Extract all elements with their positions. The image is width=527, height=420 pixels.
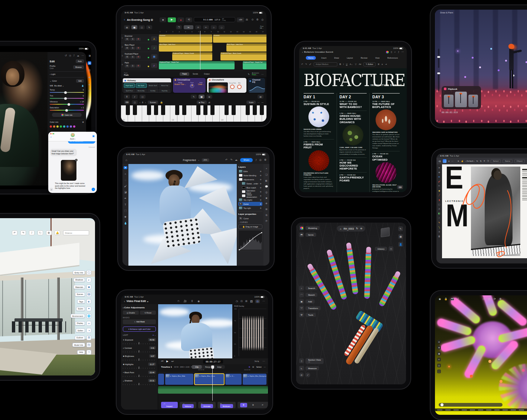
measure-icon[interactable]: ⊾ bbox=[299, 366, 304, 371]
metronome-icon[interactable]: ⚖ bbox=[246, 18, 248, 21]
export-icon[interactable]: ⤴ bbox=[255, 159, 257, 161]
outliner-button[interactable]: Outliner☰ bbox=[75, 335, 91, 340]
color-panel-icon[interactable]: ◎ bbox=[255, 299, 260, 303]
add-icon[interactable]: ▣ bbox=[299, 299, 304, 304]
viewer-zoom[interactable]: 74 % bbox=[254, 360, 259, 362]
masking-icon[interactable]: ● bbox=[89, 83, 90, 86]
poster-photo[interactable] bbox=[471, 167, 520, 256]
text-tool-icon[interactable]: A bbox=[438, 208, 440, 210]
loop-tool-icon[interactable]: ⟳ bbox=[195, 25, 201, 29]
magenta-dot[interactable] bbox=[73, 125, 75, 128]
split-keyboard-icon[interactable]: ◫ bbox=[132, 100, 138, 104]
settings-icon[interactable]: ⚙ bbox=[499, 298, 501, 301]
slider-value[interactable]: 15.44 bbox=[148, 371, 156, 374]
type-tool-icon[interactable]: T bbox=[125, 203, 126, 206]
environment-button[interactable]: Environment🌐 bbox=[71, 314, 91, 318]
snap-icon[interactable]: ⊡ bbox=[240, 300, 243, 303]
pads-view-icon[interactable]: ⊞ bbox=[206, 95, 212, 99]
document-name[interactable]: Fragmented bbox=[183, 159, 196, 161]
amp-icon[interactable]: 🎚 bbox=[124, 95, 130, 99]
light-icon[interactable]: ☀ bbox=[437, 358, 441, 361]
pencil-tool-icon[interactable]: ✏ bbox=[438, 184, 440, 187]
disable-button[interactable]: ◎ Disable bbox=[123, 311, 139, 315]
refresh-icon[interactable]: ⟳ bbox=[494, 298, 496, 301]
more-icon[interactable]: ⋯ bbox=[82, 54, 84, 57]
inspector-tab[interactable]: Track bbox=[180, 72, 189, 76]
black-point-slider[interactable] bbox=[123, 375, 156, 377]
font-color-icon[interactable]: A▾ bbox=[359, 63, 361, 65]
trash-icon[interactable]: 🗑 bbox=[240, 403, 247, 407]
fx-icon[interactable]: ƒ bbox=[132, 95, 138, 99]
attached-photo[interactable]: ✕ bbox=[61, 160, 76, 181]
region[interactable]: Keyboard Player - Simple Pad bbox=[243, 61, 266, 69]
msr-button[interactable]: M bbox=[125, 56, 130, 59]
model-info-button[interactable]: Model Infoⓜ bbox=[72, 342, 91, 347]
more-icon[interactable]: ⋯ bbox=[261, 73, 264, 75]
avatar[interactable] bbox=[71, 133, 75, 137]
visibility-icon[interactable]: 👁 bbox=[260, 191, 262, 193]
account-icon[interactable]: 👤 bbox=[398, 242, 403, 247]
flipbook-frame[interactable] bbox=[444, 95, 454, 107]
layer-row[interactable]: Top right👁 bbox=[238, 206, 262, 210]
visibility-icon[interactable]: 👁 bbox=[260, 207, 262, 209]
camera-lock-icon[interactable]: ▲ bbox=[437, 340, 441, 344]
export-icon[interactable]: ⤴ bbox=[458, 298, 459, 301]
flipbook-frame-current[interactable] bbox=[455, 92, 467, 107]
timeline-mode-tab[interactable]: Clip bbox=[192, 365, 202, 369]
brush-tool-icon[interactable]: 🖌 bbox=[124, 185, 127, 187]
fill-tool-icon[interactable]: ◆ bbox=[438, 189, 440, 192]
visibility-icon[interactable]: 👁 bbox=[260, 195, 262, 197]
align-icon[interactable]: ≞ bbox=[484, 160, 485, 162]
region[interactable]: Drummer bbox=[213, 35, 266, 43]
confirm-icon[interactable]: ✓ bbox=[305, 373, 310, 377]
transform-button[interactable]: Transform bbox=[305, 306, 321, 310]
track-header-keys[interactable]: 3 Keyboard Player MSR ▦ bbox=[121, 52, 159, 61]
styles-button[interactable]: Styles✦ bbox=[76, 306, 91, 311]
pan-icon[interactable]: ✥ bbox=[437, 346, 441, 350]
delete-icon[interactable]: 🗑 bbox=[438, 235, 441, 237]
undo-icon[interactable]: ↶ bbox=[301, 63, 303, 65]
ribbon-tab[interactable]: View bbox=[373, 56, 382, 60]
mixer-view-icon[interactable]: ▤ bbox=[258, 95, 264, 99]
adjust-panel-icon[interactable]: ◧ bbox=[265, 179, 268, 182]
gear-icon[interactable]: ◎ bbox=[261, 18, 264, 21]
automation-setting[interactable]: AutomationRead ⌄ bbox=[252, 72, 259, 76]
red-dot[interactable] bbox=[50, 125, 52, 128]
search-icon[interactable]: ⌕ bbox=[299, 286, 304, 291]
mask-icon[interactable]: ◙ bbox=[266, 197, 267, 199]
tools-button[interactable]: Tools bbox=[305, 313, 316, 317]
undo-icon[interactable]: ↶ bbox=[225, 158, 228, 161]
stop-icon[interactable]: ◻ bbox=[488, 298, 490, 301]
timeline-ruler[interactable]: 00:00:15 00:00:30 bbox=[158, 369, 268, 373]
record-icon[interactable]: ◉ bbox=[197, 300, 200, 303]
alchemy-preset[interactable]: Synth Pluck bbox=[124, 88, 135, 93]
mic-icon[interactable]: 🎙 bbox=[191, 300, 193, 303]
msr-button[interactable]: S bbox=[130, 56, 135, 59]
song-title[interactable]: An Evening Song ⊙ bbox=[127, 18, 153, 22]
dictate-icon[interactable]: 🖉 bbox=[309, 63, 311, 65]
play-button[interactable]: ▶ bbox=[168, 17, 176, 22]
volume-button[interactable]: ◁) Volume bbox=[180, 402, 196, 408]
fade-tool-icon[interactable]: ⊹ bbox=[211, 25, 217, 29]
video-clip[interactable]: ▸ Skyline_Blue_Background bbox=[243, 374, 266, 385]
lasso-tool-icon[interactable]: ⟡ bbox=[125, 173, 127, 175]
contact-name[interactable]: Joyce › bbox=[48, 138, 97, 140]
select-tool-icon[interactable]: ➤ bbox=[438, 166, 440, 169]
vector-brush-icon[interactable]: ✎ bbox=[438, 221, 440, 224]
home-icon[interactable]: ⌂ bbox=[340, 227, 341, 230]
color-mode-icon[interactable] bbox=[299, 226, 304, 230]
bold-button[interactable]: B bbox=[340, 63, 341, 65]
notifications-icon[interactable]: 🔔 bbox=[55, 230, 60, 235]
settings-icon[interactable]: ⚙ bbox=[256, 18, 259, 21]
zoom-level[interactable]: 26% bbox=[202, 158, 209, 162]
channel-eq-plugin[interactable]: ◉Channel EQ bbox=[248, 78, 265, 93]
highlight-icon[interactable]: ▽ bbox=[355, 63, 357, 65]
grid-icon[interactable]: ⊞ bbox=[245, 300, 248, 303]
light-section[interactable]: › Light bbox=[50, 73, 55, 75]
select-button[interactable]: Select bbox=[491, 159, 501, 163]
pencil-icon[interactable]: ✎ bbox=[248, 73, 250, 75]
facetime-icon[interactable]: ▣ bbox=[92, 135, 95, 138]
eyedropper-icon[interactable]: 💧 bbox=[81, 85, 84, 87]
send-button[interactable]: ↑ bbox=[92, 188, 95, 191]
msr-button[interactable]: R bbox=[136, 47, 141, 50]
